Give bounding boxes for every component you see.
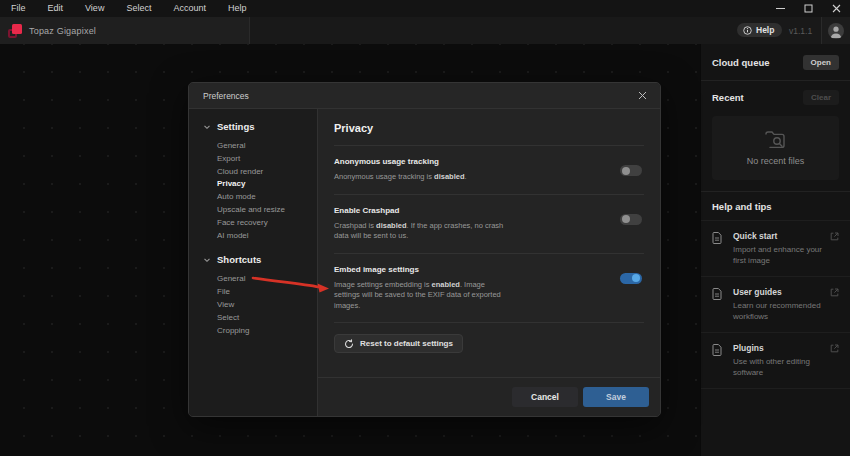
save-button[interactable]: Save — [583, 387, 649, 407]
nav-item-upscale-resize[interactable]: Upscale and resize — [203, 204, 317, 217]
window-controls — [766, 0, 850, 17]
preferences-nav: Settings General Export Cloud render Pri… — [189, 109, 318, 416]
nav-item-shortcuts-select[interactable]: Select — [203, 312, 317, 325]
recent-clear-button[interactable]: Clear — [803, 90, 839, 105]
anonymous-usage-toggle[interactable] — [620, 165, 642, 176]
no-recent-files-label: No recent files — [747, 156, 805, 166]
chevron-down-icon — [203, 123, 211, 131]
nav-item-general[interactable]: General — [203, 140, 317, 153]
app-title: Topaz Gigapixel — [29, 26, 96, 36]
chevron-down-icon — [203, 256, 211, 264]
external-link-icon — [830, 288, 839, 297]
external-link-icon — [830, 232, 839, 241]
nav-item-privacy[interactable]: Privacy — [203, 178, 317, 191]
dialog-title: Preferences — [203, 91, 249, 101]
nav-item-shortcuts-file[interactable]: File — [203, 286, 317, 299]
right-sidebar: Cloud queue Open Recent Clear No recent … — [700, 44, 850, 456]
dialog-header: Preferences — [189, 83, 660, 109]
menu-view[interactable]: View — [74, 0, 115, 17]
nav-item-shortcuts-general[interactable]: General — [203, 273, 317, 286]
nav-item-shortcuts-cropping[interactable]: Cropping — [203, 325, 317, 338]
tip-desc: Use with other editing software — [733, 357, 829, 378]
pref-embed-image-settings: Embed image settings Image settings embe… — [334, 254, 644, 324]
menu-select[interactable]: Select — [115, 0, 162, 17]
tip-plugins[interactable]: Plugins Use with other editing software — [701, 333, 850, 388]
cloud-queue-title: Cloud queue — [712, 57, 770, 68]
menu-file[interactable]: File — [0, 0, 37, 17]
crashpad-toggle[interactable] — [620, 214, 642, 225]
pref-enable-crashpad: Enable Crashpad Crashpad is disabled. If… — [334, 195, 644, 254]
tip-title: Plugins — [733, 343, 839, 353]
nav-item-export[interactable]: Export — [203, 153, 317, 166]
dialog-close-icon[interactable] — [634, 88, 650, 104]
menu-account[interactable]: Account — [162, 0, 217, 17]
person-icon — [828, 23, 844, 39]
topaz-logo-icon — [8, 24, 22, 38]
tip-desc: Learn our recommended workflows — [733, 301, 829, 322]
menu-edit[interactable]: Edit — [37, 0, 75, 17]
help-button[interactable]: Help — [737, 23, 782, 37]
nav-item-shortcuts-view[interactable]: View — [203, 299, 317, 312]
nav-group-settings[interactable]: Settings — [203, 121, 317, 132]
external-link-icon — [830, 344, 839, 353]
menu-help[interactable]: Help — [217, 0, 258, 17]
nav-item-cloud-render[interactable]: Cloud render — [203, 166, 317, 179]
close-icon[interactable] — [822, 0, 850, 17]
privacy-panel: Privacy Anonymous usage tracking Anonymo… — [318, 109, 660, 377]
folder-search-icon — [764, 130, 788, 150]
help-button-label: Help — [756, 25, 774, 35]
recent-title: Recent — [712, 92, 744, 103]
pref-anonymous-usage-tracking: Anonymous usage tracking Anonymous usage… — [334, 146, 644, 195]
version-label: v1.1.1 — [789, 26, 812, 36]
cancel-button[interactable]: Cancel — [512, 387, 578, 407]
nav-item-ai-model[interactable]: AI model — [203, 230, 317, 243]
tip-title: User guides — [733, 287, 839, 297]
nav-group-shortcuts[interactable]: Shortcuts — [203, 254, 317, 265]
dialog-footer: Cancel Save — [318, 377, 660, 416]
cloud-queue-open-button[interactable]: Open — [803, 55, 839, 70]
tip-quick-start[interactable]: Quick start Import and enhance your firs… — [701, 221, 850, 276]
window-menubar: File Edit View Select Account Help — [0, 0, 850, 17]
preferences-dialog: Preferences Settings General Export Clou… — [188, 82, 661, 417]
document-icon — [712, 288, 722, 300]
info-icon — [743, 26, 752, 35]
refresh-icon — [344, 339, 354, 349]
nav-item-face-recovery[interactable]: Face recovery — [203, 217, 317, 230]
panel-title: Privacy — [334, 109, 644, 146]
tip-user-guides[interactable]: User guides Learn our recommended workfl… — [701, 277, 850, 332]
maximize-icon[interactable] — [794, 0, 822, 17]
divider — [701, 388, 850, 389]
nav-item-auto-mode[interactable]: Auto mode — [203, 191, 317, 204]
minimize-icon[interactable] — [766, 0, 794, 17]
help-tips-title: Help and tips — [712, 201, 772, 212]
avatar[interactable] — [828, 23, 844, 39]
reset-defaults-button[interactable]: Reset to default settings — [334, 334, 463, 353]
account-section[interactable] — [821, 17, 850, 44]
tip-desc: Import and enhance your first image — [733, 245, 829, 266]
embed-image-settings-toggle[interactable] — [620, 273, 642, 284]
recent-empty-state: No recent files — [712, 116, 839, 180]
app-logo: Topaz Gigapixel — [0, 17, 250, 44]
document-icon — [712, 232, 722, 244]
tip-title: Quick start — [733, 231, 839, 241]
document-icon — [712, 344, 722, 356]
appbar: Topaz Gigapixel Help v1.1.1 — [0, 17, 850, 44]
